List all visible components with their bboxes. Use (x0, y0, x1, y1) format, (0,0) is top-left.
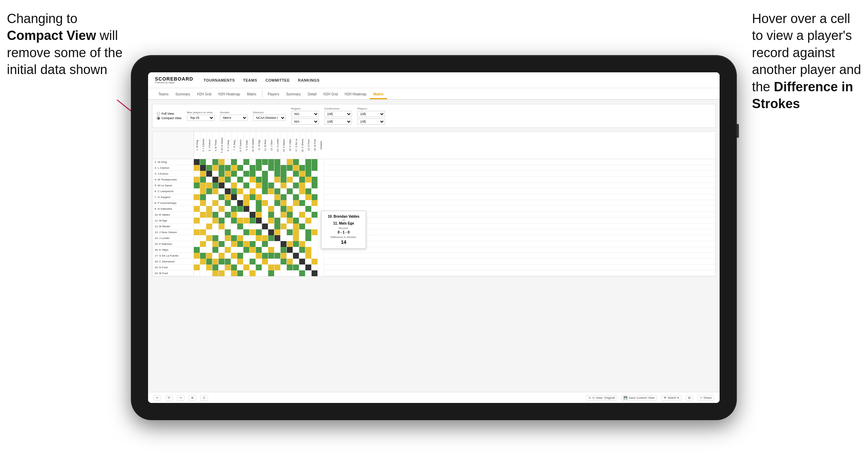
cell-11-9[interactable] (243, 218, 250, 224)
cell-6-17[interactable] (293, 188, 299, 194)
cell-11-19[interactable] (305, 218, 312, 224)
cell-14-14[interactable] (274, 235, 281, 241)
cell-8-16[interactable] (287, 200, 293, 206)
cell-1-14[interactable] (274, 159, 281, 165)
cell-10-16[interactable] (287, 212, 293, 218)
cell-9-9[interactable] (243, 206, 250, 212)
cell-11-10[interactable] (250, 218, 256, 224)
cell-1-4[interactable] (212, 159, 219, 165)
cell-19-7[interactable] (231, 264, 237, 270)
cell-2-5[interactable] (219, 165, 225, 171)
cell-9-20[interactable] (312, 206, 318, 212)
cell-7-1[interactable] (194, 194, 200, 200)
cell-14-12[interactable] (262, 235, 268, 241)
cell-14-5[interactable] (219, 235, 225, 241)
cell-16-9[interactable] (243, 247, 250, 253)
cell-4-9[interactable] (243, 177, 250, 183)
cell-16-19[interactable] (305, 247, 312, 253)
cell-7-8[interactable] (237, 194, 243, 200)
cell-9-8[interactable] (237, 206, 243, 212)
cell-2-2[interactable] (200, 165, 206, 171)
cell-10-5[interactable] (219, 212, 225, 218)
cell-19-12[interactable] (262, 264, 268, 270)
cell-15-12[interactable] (262, 241, 268, 247)
cell-10-2[interactable] (200, 212, 206, 218)
cell-7-15[interactable] (281, 194, 287, 200)
cell-7-16[interactable] (287, 194, 293, 200)
cell-18-20[interactable] (312, 259, 318, 264)
cell-19-15[interactable] (281, 264, 287, 270)
cell-1-1[interactable] (194, 159, 200, 165)
cell-5-10[interactable] (250, 183, 256, 188)
cell-13-18[interactable] (299, 229, 305, 235)
cell-4-11[interactable] (256, 177, 262, 183)
cell-2-7[interactable] (231, 165, 237, 171)
cell-9-19[interactable] (305, 206, 312, 212)
cell-9-4[interactable] (212, 206, 219, 212)
zoom-button[interactable]: ⊕ (189, 395, 196, 401)
cell-2-21[interactable] (318, 165, 324, 171)
cell-4-16[interactable] (287, 177, 293, 183)
tab-h2h-grid1[interactable]: H2H Grid (194, 90, 215, 99)
cell-3-13[interactable] (268, 171, 274, 177)
cell-17-6[interactable] (225, 253, 231, 259)
cell-9-5[interactable] (219, 206, 225, 212)
cell-8-8[interactable] (237, 200, 243, 206)
cell-11-13[interactable] (268, 218, 274, 224)
cell-14-10[interactable] (250, 235, 256, 241)
cell-5-9[interactable] (243, 183, 250, 188)
cell-17-2[interactable] (200, 253, 206, 259)
division-select[interactable]: NCAA Division I (253, 115, 286, 121)
cell-9-3[interactable] (206, 206, 212, 212)
cell-17-17[interactable] (293, 253, 299, 259)
cell-6-13[interactable] (268, 188, 274, 194)
cell-15-19[interactable] (305, 241, 312, 247)
cell-7-12[interactable] (262, 194, 268, 200)
cell-3-21[interactable] (318, 171, 324, 177)
cell-3-12[interactable] (262, 171, 268, 177)
cell-16-20[interactable] (312, 247, 318, 253)
cell-18-17[interactable] (293, 259, 299, 264)
cell-11-11[interactable] (256, 218, 262, 224)
cell-16-12[interactable] (262, 247, 268, 253)
cell-20-2[interactable] (200, 270, 206, 276)
cell-14-15[interactable] (281, 235, 287, 241)
cell-2-13[interactable] (268, 165, 274, 171)
cell-19-17[interactable] (293, 264, 299, 270)
cell-5-16[interactable] (287, 183, 293, 188)
cell-18-16[interactable] (287, 259, 293, 264)
cell-1-20[interactable] (312, 159, 318, 165)
cell-11-6[interactable] (225, 218, 231, 224)
cell-15-10[interactable] (250, 241, 256, 247)
cell-15-16[interactable] (287, 241, 293, 247)
cell-5-13[interactable] (268, 183, 274, 188)
redo-button1[interactable]: ⟳ (165, 395, 173, 401)
cell-3-8[interactable] (237, 171, 243, 177)
cell-8-15[interactable] (281, 200, 287, 206)
cell-19-9[interactable] (243, 264, 250, 270)
cell-8-6[interactable] (225, 200, 231, 206)
cell-20-19[interactable] (305, 270, 312, 276)
cell-2-18[interactable] (299, 165, 305, 171)
cell-20-13[interactable] (268, 270, 274, 276)
cell-9-16[interactable] (287, 206, 293, 212)
cell-20-10[interactable] (250, 270, 256, 276)
cell-9-18[interactable] (299, 206, 305, 212)
view-original-button[interactable]: ⊙ ⊙ View: Original (586, 395, 617, 401)
cell-19-14[interactable] (274, 264, 281, 270)
cell-4-19[interactable] (305, 177, 312, 183)
cell-3-5[interactable] (219, 171, 225, 177)
cell-6-9[interactable] (243, 188, 250, 194)
cell-8-11[interactable] (256, 200, 262, 206)
share-button[interactable]: ↗ Share (697, 395, 714, 401)
cell-1-10[interactable] (250, 159, 256, 165)
cell-11-7[interactable] (231, 218, 237, 224)
cell-13-3[interactable] (206, 229, 212, 235)
cell-6-7[interactable] (231, 188, 237, 194)
cell-13-12[interactable] (262, 229, 268, 235)
cell-6-12[interactable] (262, 188, 268, 194)
cell-12-19[interactable] (305, 224, 312, 229)
cell-2-19[interactable] (305, 165, 312, 171)
nav-tournaments[interactable]: TOURNAMENTS (203, 78, 235, 82)
cell-10-15[interactable] (281, 212, 287, 218)
